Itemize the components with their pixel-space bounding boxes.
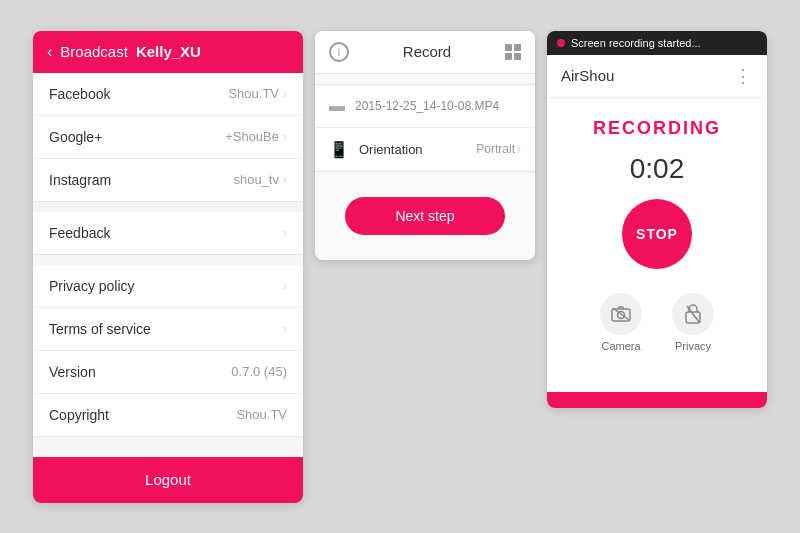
gap3	[33, 437, 303, 447]
google-plus-item[interactable]: Google+ +ShouBe ›	[33, 116, 303, 159]
privacy-policy-item[interactable]: Privacy policy ›	[33, 265, 303, 308]
screen1-broadcast: ‹ Broadcast Kelly_XU Facebook Shou.TV › …	[33, 31, 303, 503]
record-section: ▬ 2015-12-25_14-10-08.MP4 📱 Orientation …	[315, 84, 535, 172]
chevron-icon: ›	[283, 279, 287, 293]
notification-bar: Screen recording started...	[547, 31, 767, 55]
screen1-footer[interactable]: Logout	[33, 457, 303, 503]
chevron-icon: ›	[283, 87, 287, 101]
version-item: Version 0.7.0 (45)	[33, 351, 303, 394]
recording-label: RECORDING	[593, 118, 721, 139]
chevron-icon: ›	[283, 173, 287, 187]
orientation-item[interactable]: 📱 Orientation Portrait ›	[315, 128, 535, 171]
screen3-airshou: Screen recording started... AirShou ⋮ RE…	[547, 31, 767, 408]
broadcast-label: Broadcast	[60, 43, 128, 60]
notification-text: Screen recording started...	[571, 37, 701, 49]
stop-button[interactable]: STOP	[622, 199, 692, 269]
recording-timer: 0:02	[630, 153, 685, 185]
file-item: ▬ 2015-12-25_14-10-08.MP4	[315, 85, 535, 128]
next-step-button[interactable]: Next step	[345, 197, 504, 235]
privacy-button[interactable]: Privacy	[672, 293, 714, 352]
screen2-header: i Record	[315, 31, 535, 74]
bottom-icons: Camera Privacy	[600, 283, 714, 372]
screen2-title: Record	[403, 43, 451, 60]
grid-icon	[505, 44, 521, 60]
terms-item[interactable]: Terms of service ›	[33, 308, 303, 351]
info-icon: i	[329, 42, 349, 62]
chevron-icon: ›	[283, 226, 287, 240]
screen1-header: ‹ Broadcast Kelly_XU	[33, 31, 303, 73]
airshou-title: AirShou	[561, 67, 614, 84]
camera-icon	[600, 293, 642, 335]
copyright-item: Copyright Shou.TV	[33, 394, 303, 436]
screens-container: ‹ Broadcast Kelly_XU Facebook Shou.TV › …	[13, 11, 787, 523]
screen2-record: i Record ▬ 2015-12-25_14-10-08.MP4 📱 Ori…	[315, 31, 535, 260]
chevron-icon: ›	[283, 130, 287, 144]
logout-button[interactable]: Logout	[145, 471, 191, 488]
instagram-item[interactable]: Instagram shou_tv ›	[33, 159, 303, 201]
screen3-footer	[547, 392, 767, 408]
camera-label: Camera	[601, 340, 640, 352]
phone-icon: 📱	[329, 140, 349, 159]
back-icon[interactable]: ‹	[47, 43, 52, 61]
more-options-icon[interactable]: ⋮	[734, 65, 753, 87]
feedback-item[interactable]: Feedback ›	[33, 212, 303, 254]
notif-dot-icon	[557, 39, 565, 47]
username-label: Kelly_XU	[136, 43, 201, 60]
feedback-section: Feedback ›	[33, 212, 303, 255]
file-name: 2015-12-25_14-10-08.MP4	[355, 99, 499, 113]
screen3-header: AirShou ⋮	[547, 55, 767, 98]
facebook-item[interactable]: Facebook Shou.TV ›	[33, 73, 303, 116]
social-section: Facebook Shou.TV › Google+ +ShouBe › Ins…	[33, 73, 303, 202]
chevron-icon: ›	[283, 322, 287, 336]
privacy-label: Privacy	[675, 340, 711, 352]
film-icon: ▬	[329, 97, 345, 115]
info-section: Privacy policy › Terms of service › Vers…	[33, 265, 303, 437]
gap2	[33, 255, 303, 265]
chevron-icon: ›	[517, 142, 521, 156]
camera-button[interactable]: Camera	[600, 293, 642, 352]
privacy-icon	[672, 293, 714, 335]
gap1	[33, 202, 303, 212]
recording-area: RECORDING 0:02 STOP Camera	[547, 98, 767, 392]
